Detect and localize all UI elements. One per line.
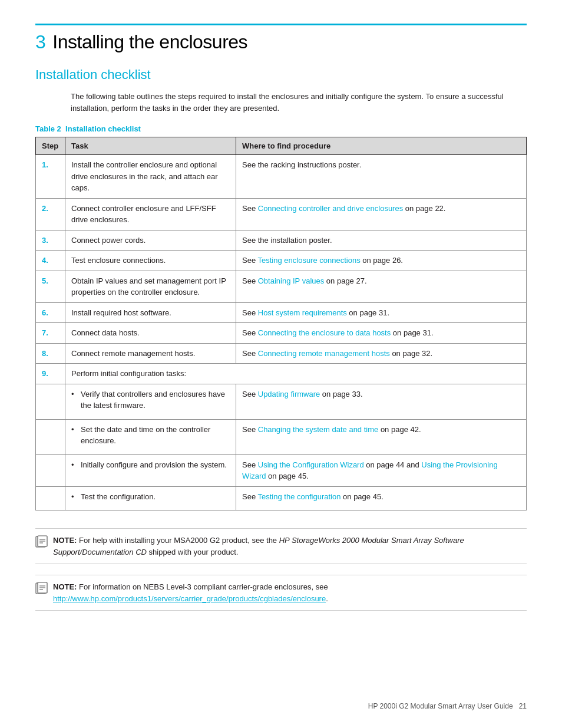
- table-label-prefix: Table 2: [35, 124, 61, 133]
- step-num: 3.: [42, 236, 48, 245]
- step-num: 6.: [42, 308, 48, 317]
- note2-link[interactable]: http://www.hp.com/products1/servers/carr…: [53, 594, 326, 603]
- link-host-system[interactable]: Host system requirements: [258, 308, 347, 317]
- task-cell: Connect controller enclosure and LFF/SFF…: [65, 198, 236, 230]
- list-item: Set the date and time on the controller …: [71, 424, 230, 447]
- step-num: 9.: [42, 369, 48, 378]
- task-cell: Connect data hosts.: [65, 323, 236, 344]
- link-changing-date[interactable]: Changing the system date and time: [258, 425, 379, 434]
- list-item: Test the configuration.: [71, 491, 230, 503]
- step-num: 5.: [42, 276, 48, 285]
- link-updating-firmware[interactable]: Updating firmware: [258, 390, 320, 398]
- task-cell: Connect remote management hosts.: [65, 343, 236, 364]
- link-testing-config[interactable]: Testing the configuration: [258, 492, 341, 501]
- table-row-subitem: Verify that controllers and enclosures h…: [36, 384, 527, 419]
- task-cell: Obtain IP values and set management port…: [65, 271, 236, 302]
- table-row-group-header: 9. Perform initial configuration tasks:: [36, 364, 527, 384]
- table-row-subitem: Test the configuration. See Testing the …: [36, 486, 527, 510]
- step-num: 7.: [42, 328, 48, 337]
- section-title: Installation checklist: [35, 67, 527, 83]
- sub-task-cell: Test the configuration.: [65, 486, 236, 510]
- note-icon-1: [35, 535, 48, 548]
- link-connecting-controller[interactable]: Connecting controller and drive enclosur…: [258, 204, 403, 213]
- table-row-subitem: Initially configure and provision the sy…: [36, 454, 527, 486]
- note-icon-2: [35, 582, 48, 595]
- step-num: 2.: [42, 204, 48, 213]
- footer-page: 21: [519, 702, 527, 710]
- find-cell: See Testing enclosure connections on pag…: [236, 251, 527, 271]
- find-cell: See the racking instructions poster.: [236, 155, 527, 199]
- sub-task-cell: Set the date and time on the controller …: [65, 419, 236, 454]
- table-row: 3. Connect power cords. See the installa…: [36, 230, 527, 251]
- note1-text: NOTE: For help with installing your MSA2…: [53, 535, 527, 558]
- task-cell-group: Perform initial configuration tasks:: [65, 364, 527, 384]
- chapter-title: 3Installing the enclosures: [35, 24, 527, 53]
- note2-text: NOTE: For information on NEBS Level-3 co…: [53, 581, 527, 604]
- find-cell: See Connecting the enclosure to data hos…: [236, 323, 527, 344]
- find-cell: See Connecting controller and drive encl…: [236, 198, 527, 230]
- link-connecting-remote[interactable]: Connecting remote management hosts: [258, 349, 390, 358]
- step-num: 1.: [42, 160, 48, 169]
- find-cell: See Host system requirements on page 31.: [236, 302, 527, 323]
- link-config-wizard[interactable]: Using the Configuration Wizard: [258, 460, 364, 469]
- find-cell: See Connecting remote management hosts o…: [236, 343, 527, 364]
- task-cell: Test enclosure connections.: [65, 251, 236, 271]
- table-row: 4. Test enclosure connections. See Testi…: [36, 251, 527, 271]
- col-header-step: Step: [36, 137, 65, 155]
- task-cell: Install the controller enclosure and opt…: [65, 155, 236, 199]
- task-cell: Install required host software.: [65, 302, 236, 323]
- step-num: 8.: [42, 349, 48, 358]
- col-header-find: Where to find procedure: [236, 137, 527, 155]
- find-cell: See Changing the system date and time on…: [236, 419, 527, 454]
- link-connecting-enclosure-data[interactable]: Connecting the enclosure to data hosts: [258, 328, 391, 337]
- sub-task-cell: Initially configure and provision the sy…: [65, 454, 236, 486]
- chapter-number: 3: [35, 31, 45, 52]
- link-obtaining-ip[interactable]: Obtaining IP values: [258, 276, 325, 285]
- table-row: 1. Install the controller enclosure and …: [36, 155, 527, 199]
- table-row-subitem: Set the date and time on the controller …: [36, 419, 527, 454]
- link-testing-enclosure[interactable]: Testing enclosure connections: [258, 256, 361, 265]
- find-cell: See Testing the configuration on page 45…: [236, 486, 527, 510]
- installation-checklist-table: Step Task Where to find procedure 1. Ins…: [35, 137, 527, 510]
- find-cell: See Obtaining IP values on page 27.: [236, 271, 527, 302]
- intro-text: The following table outlines the steps r…: [71, 91, 527, 114]
- table-row: 7. Connect data hosts. See Connecting th…: [36, 323, 527, 344]
- step-num: 4.: [42, 256, 48, 265]
- find-cell: See the installation poster.: [236, 230, 527, 251]
- footer-text: HP 2000i G2 Modular Smart Array User Gui…: [368, 702, 513, 710]
- table-row: 8. Connect remote management hosts. See …: [36, 343, 527, 364]
- find-cell: See Using the Configuration Wizard on pa…: [236, 454, 527, 486]
- page-footer: HP 2000i G2 Modular Smart Array User Gui…: [368, 702, 527, 710]
- table-row: 2. Connect controller enclosure and LFF/…: [36, 198, 527, 230]
- list-item: Initially configure and provision the sy…: [71, 459, 230, 471]
- table-label: Table 2 Installation checklist: [35, 124, 527, 133]
- sub-task-cell: Verify that controllers and enclosures h…: [65, 384, 236, 419]
- table-row: 6. Install required host software. See H…: [36, 302, 527, 323]
- col-header-task: Task: [65, 137, 236, 155]
- table-row: 5. Obtain IP values and set management p…: [36, 271, 527, 302]
- note-box-1: NOTE: For help with installing your MSA2…: [35, 528, 527, 564]
- find-cell: See Updating firmware on page 33.: [236, 384, 527, 419]
- table-label-suffix: Installation checklist: [65, 124, 141, 133]
- list-item: Verify that controllers and enclosures h…: [71, 388, 230, 411]
- task-cell: Connect power cords.: [65, 230, 236, 251]
- note-box-2: NOTE: For information on NEBS Level-3 co…: [35, 575, 527, 611]
